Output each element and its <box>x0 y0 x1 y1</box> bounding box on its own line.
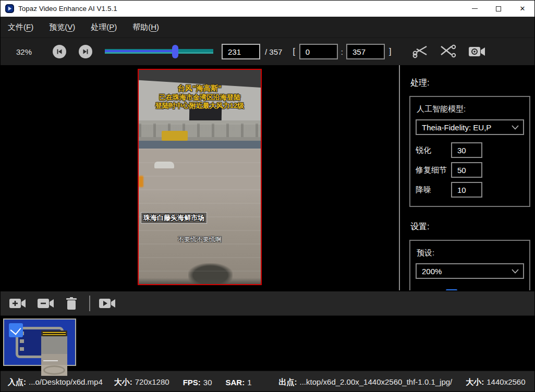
mini-text-shape <box>43 360 58 361</box>
skip-to-start-icon <box>56 48 63 55</box>
preview-light-shape <box>139 176 143 187</box>
status-bar: 入点:...o/Desktop/x6d.mp4 大小:720x1280 FPS:… <box>1 371 534 392</box>
preview-debris-shape <box>188 263 233 285</box>
main-area: 台风“海高斯” 已在珠海市金湾区沿海登陆 登陆时中心附近最大风力12级 珠海白藤… <box>1 65 534 290</box>
status-input-path: 入点:...o/Desktop/x6d.mp4 <box>8 377 103 387</box>
clip-toolbar <box>1 290 534 315</box>
minimize-icon <box>472 8 478 9</box>
range-open-bracket: [ <box>293 47 295 56</box>
progress-percent: 32% <box>16 47 36 56</box>
clipbar-divider <box>89 296 90 311</box>
window-title: Topaz Video Enhance AI V1.5.1 <box>18 5 117 13</box>
sharpen-row: 锐化 <box>416 142 524 158</box>
remove-video-button[interactable] <box>37 297 55 310</box>
ai-model-dropdown[interactable]: Theia-Fidelity: EU,P <box>416 119 524 135</box>
preset-group: 预设: 200% 裁剪以填充帧 <box>409 240 530 290</box>
status-output-size: 大小:1440x2560 <box>466 377 525 387</box>
cut-button[interactable] <box>412 44 429 59</box>
delete-clip-button[interactable] <box>65 297 78 310</box>
trim-split-button[interactable] <box>440 44 457 59</box>
slider-track-secondary[interactable] <box>105 52 213 54</box>
ai-model-value: Theia-Fidelity: EU,P <box>422 123 512 132</box>
minimize-button[interactable] <box>463 1 487 17</box>
camera-plus-icon <box>9 297 27 310</box>
close-button[interactable]: ✕ <box>510 1 534 17</box>
camera-minus-icon <box>37 297 55 310</box>
preview-overlay-caption: 台风“海高斯” 已在珠海市金湾区沿海登陆 登陆时中心附近最大风力12级 <box>139 84 261 110</box>
menu-bar: 文件(F) 预览(V) 处理(P) 帮助(H) <box>1 17 534 38</box>
chevron-down-icon <box>512 125 519 130</box>
preview-bottom-shade <box>139 278 261 284</box>
total-frames-label: / 357 <box>265 47 282 56</box>
mini-caption-shape <box>43 332 66 336</box>
preview-flood-water: 珠海白藤头海鲜市场 不要慌不要慌啊 <box>139 149 261 284</box>
camera-eye-icon <box>468 45 486 58</box>
preview-truck-shape <box>162 131 188 141</box>
slider-handle[interactable] <box>172 45 178 58</box>
skip-to-end-icon <box>82 48 89 55</box>
status-fps: FPS:30 <box>183 378 212 387</box>
preview-subtitle: 不要慌不要慌啊 <box>139 235 261 244</box>
settings-heading: 设置: <box>410 222 530 232</box>
current-frame-input[interactable] <box>222 44 260 59</box>
status-input-size: 大小:720x1280 <box>114 377 169 387</box>
sharpen-input[interactable] <box>451 142 482 158</box>
timeline-slider[interactable] <box>105 44 213 59</box>
maximize-icon <box>496 6 501 11</box>
sharpen-label: 锐化 <box>416 145 451 155</box>
menu-preview[interactable]: 预览(V) <box>49 22 75 32</box>
range-colon: : <box>341 47 343 56</box>
scissors-split-icon <box>440 44 457 59</box>
range-close-bracket: ] <box>389 47 391 56</box>
denoise-label: 降噪 <box>416 185 451 195</box>
close-icon: ✕ <box>520 5 526 13</box>
process-video-button[interactable] <box>99 297 116 310</box>
mini-debris-shape <box>43 365 65 375</box>
preset-label: 预设: <box>417 248 524 258</box>
preset-value: 200% <box>422 267 512 276</box>
preview-button[interactable] <box>468 45 486 58</box>
restore-detail-label: 修复细节 <box>416 165 451 175</box>
clip-list <box>1 315 534 371</box>
preview-car-shape <box>154 162 174 168</box>
skip-to-start-button[interactable] <box>53 45 66 58</box>
app-window: Topaz Video Enhance AI V1.5.1 ✕ 文件(F) 预览… <box>0 0 535 392</box>
skip-to-end-button[interactable] <box>79 45 92 58</box>
status-output-path: 出点:...ktop/x6d_2.00x_1440x2560_thf-1.0.1… <box>279 377 453 387</box>
add-video-button[interactable] <box>9 297 27 310</box>
video-preview[interactable]: 台风“海高斯” 已在珠海市金湾区沿海登陆 登陆时中心附近最大风力12级 珠海白藤… <box>138 69 262 285</box>
trash-icon <box>65 297 78 310</box>
clip-mini-preview <box>41 330 67 376</box>
preview-wall-shape <box>139 141 261 149</box>
range-end-input[interactable] <box>346 44 385 59</box>
maximize-button[interactable] <box>487 1 510 17</box>
crop-to-fill-label: 裁剪以填充帧 <box>463 290 509 291</box>
menu-help[interactable]: 帮助(H) <box>132 22 159 32</box>
chevron-down-icon <box>512 269 519 274</box>
settings-panel: 处理: 人工智能模型: Theia-Fidelity: EU,P 锐化 修复细节… <box>400 65 534 290</box>
title-bar: Topaz Video Enhance AI V1.5.1 ✕ <box>1 1 534 17</box>
ai-model-label: 人工智能模型: <box>417 104 524 114</box>
denoise-row: 降噪 <box>416 182 524 198</box>
denoise-input[interactable] <box>451 182 482 198</box>
preview-location-label: 珠海白藤头海鲜市场 <box>141 212 207 224</box>
crop-to-fill-row: 裁剪以填充帧 <box>446 289 524 290</box>
range-start-input[interactable] <box>299 44 338 59</box>
scissors-cut-icon <box>412 44 429 59</box>
restore-detail-row: 修复细节 <box>416 162 524 178</box>
restore-detail-input[interactable] <box>451 162 482 178</box>
camera-play-icon <box>99 297 116 310</box>
clip-thumbnail-selected[interactable] <box>3 318 76 366</box>
playback-toolbar: 32% / 357 [ : ] <box>1 38 534 65</box>
slider-progress <box>105 50 175 52</box>
preset-dropdown[interactable]: 200% <box>416 263 524 279</box>
video-viewport: 台风“海高斯” 已在珠海市金湾区沿海登陆 登陆时中心附近最大风力12级 珠海白藤… <box>1 65 399 290</box>
app-logo-icon <box>5 4 14 13</box>
menu-file[interactable]: 文件(F) <box>8 22 33 32</box>
ai-model-group: 人工智能模型: Theia-Fidelity: EU,P 锐化 修复细节 降噪 <box>409 96 530 207</box>
status-sar: SAR:1 <box>226 378 252 387</box>
crop-to-fill-checkbox[interactable] <box>446 289 457 290</box>
processing-heading: 处理: <box>410 78 530 89</box>
menu-process[interactable]: 处理(P) <box>91 22 117 32</box>
clip-selected-checkbox[interactable] <box>9 323 23 337</box>
